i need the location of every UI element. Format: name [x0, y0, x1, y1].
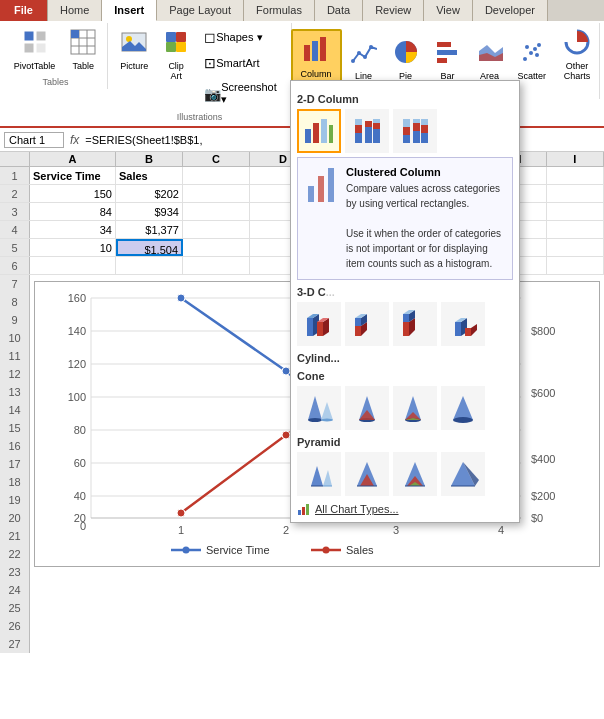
cone-3d-btn[interactable] — [441, 386, 485, 430]
formula-text: =SERIES(Sheet1!$B$1, — [85, 134, 202, 146]
clip-art-button[interactable]: Clip Art — [156, 25, 196, 110]
cell-a2[interactable]: 150 — [30, 185, 116, 202]
cell-c6[interactable] — [183, 257, 250, 274]
svg-point-29 — [523, 57, 527, 61]
pivot-table-button[interactable]: PivotTable — [8, 25, 62, 75]
row-num-5: 5 — [0, 239, 30, 256]
table-button[interactable]: Table — [63, 25, 103, 75]
cell-a1[interactable]: Service Time — [30, 167, 116, 184]
col-header-i[interactable]: I — [547, 152, 604, 166]
3d-column-title: 3-D C... — [297, 286, 513, 298]
svg-text:$0: $0 — [531, 512, 543, 524]
smartart-button[interactable]: ⊡ SmartArt — [198, 51, 285, 75]
cone-clustered-btn[interactable] — [297, 386, 341, 430]
tab-insert[interactable]: Insert — [102, 0, 157, 21]
cell-c4[interactable] — [183, 221, 250, 238]
smartart-icon: ⊡ — [204, 55, 216, 71]
cell-a3[interactable]: 84 — [30, 203, 116, 220]
cell-b4[interactable]: $1,377 — [116, 221, 183, 238]
cell-a6[interactable] — [30, 257, 116, 274]
tab-home[interactable]: Home — [48, 0, 102, 21]
pivot-table-label: PivotTable — [14, 61, 56, 71]
stacked-column-btn[interactable] — [345, 109, 389, 153]
pyramid-3d-btn[interactable] — [441, 452, 485, 496]
tab-file[interactable]: File — [0, 0, 48, 21]
svg-point-22 — [369, 45, 373, 49]
svg-rect-24 — [437, 42, 451, 47]
cell-i6[interactable] — [547, 257, 604, 274]
line-button[interactable]: Line — [344, 35, 384, 85]
scatter-label: Scatter — [518, 71, 547, 81]
cell-a4[interactable]: 34 — [30, 221, 116, 238]
pyramid-100pct-btn[interactable] — [393, 452, 437, 496]
svg-rect-93 — [413, 119, 420, 123]
svg-rect-84 — [365, 121, 372, 127]
tab-view[interactable]: View — [424, 0, 473, 21]
cone-100pct-btn[interactable] — [393, 386, 437, 430]
3d-column-options — [297, 302, 513, 346]
cell-b5[interactable]: $1,504 — [116, 239, 183, 256]
3d-column-btn[interactable] — [441, 302, 485, 346]
tooltip-content: Clustered Column Compare values across c… — [346, 166, 501, 271]
all-chart-types-link[interactable]: All Chart Types... — [297, 502, 513, 516]
svg-text:$400: $400 — [531, 453, 555, 465]
cell-i3[interactable] — [547, 203, 604, 220]
svg-text:4: 4 — [498, 524, 504, 536]
tab-developer[interactable]: Developer — [473, 0, 548, 21]
svg-marker-123 — [321, 402, 333, 420]
svg-rect-18 — [320, 37, 326, 61]
other-charts-button[interactable]: OtherCharts — [554, 25, 600, 85]
area-button[interactable]: Area — [470, 35, 510, 85]
svg-marker-116 — [455, 322, 461, 336]
pyramid-stacked-btn[interactable] — [345, 452, 389, 496]
pyramid-title: Pyramid — [297, 436, 513, 448]
svg-rect-81 — [355, 125, 362, 133]
cell-a5[interactable]: 10 — [30, 239, 116, 256]
cell-c5[interactable] — [183, 239, 250, 256]
cell-c1[interactable] — [183, 167, 250, 184]
cell-c2[interactable] — [183, 185, 250, 202]
charts-buttons: Column Line — [291, 25, 601, 85]
screenshot-button[interactable]: 📷 Screenshot ▾ — [198, 77, 285, 110]
bar-button[interactable]: Bar — [428, 35, 468, 85]
3d-clustered-btn[interactable] — [297, 302, 341, 346]
cell-i1[interactable] — [547, 167, 604, 184]
picture-button[interactable]: Picture — [114, 25, 154, 110]
cell-c3[interactable] — [183, 203, 250, 220]
tab-review[interactable]: Review — [363, 0, 424, 21]
svg-text:0: 0 — [80, 520, 86, 532]
cell-b2[interactable]: $202 — [116, 185, 183, 202]
col-header-c[interactable]: C — [183, 152, 250, 166]
tab-page-layout[interactable]: Page Layout — [157, 0, 244, 21]
pyramid-clustered-btn[interactable] — [297, 452, 341, 496]
row-num-2: 2 — [0, 185, 30, 202]
cell-i2[interactable] — [547, 185, 604, 202]
svg-text:60: 60 — [74, 457, 86, 469]
pie-button[interactable]: Pie — [386, 35, 426, 85]
row-num-17: 17 — [0, 455, 30, 473]
3d-stacked-btn[interactable] — [345, 302, 389, 346]
cell-reference-input[interactable] — [4, 132, 64, 148]
picture-icon — [121, 29, 147, 59]
cell-i5[interactable] — [547, 239, 604, 256]
cell-b3[interactable]: $934 — [116, 203, 183, 220]
cone-stacked-btn[interactable] — [345, 386, 389, 430]
cell-b6[interactable] — [116, 257, 183, 274]
column-button[interactable]: Column — [291, 29, 342, 85]
clustered-column-btn[interactable] — [297, 109, 341, 153]
ribbon-tabs: File Home Insert Page Layout Formulas Da… — [0, 0, 604, 21]
col-header-b[interactable]: B — [116, 152, 183, 166]
cell-i4[interactable] — [547, 221, 604, 238]
tab-data[interactable]: Data — [315, 0, 363, 21]
svg-marker-132 — [453, 396, 473, 420]
col-header-a[interactable]: A — [30, 152, 116, 166]
100-stacked-column-btn[interactable] — [393, 109, 437, 153]
svg-rect-95 — [421, 125, 428, 133]
shapes-button[interactable]: ◻ Shapes ▾ — [198, 25, 285, 49]
svg-rect-83 — [365, 127, 372, 143]
3d-100pct-btn[interactable] — [393, 302, 437, 346]
scatter-button[interactable]: Scatter — [512, 35, 553, 85]
tab-formulas[interactable]: Formulas — [244, 0, 315, 21]
cell-b1[interactable]: Sales — [116, 167, 183, 184]
svg-text:120: 120 — [68, 358, 86, 370]
